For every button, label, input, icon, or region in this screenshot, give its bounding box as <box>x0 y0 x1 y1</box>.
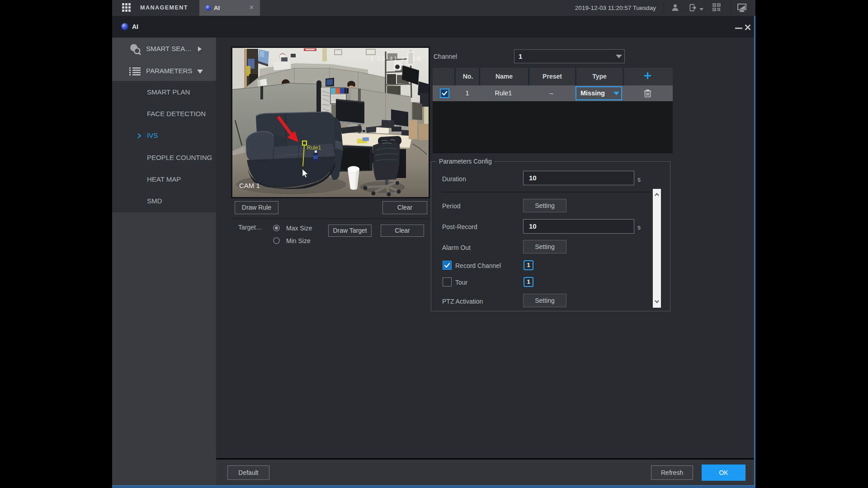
svg-text:1 03-41 21 16: 1 03-41 21 16 <box>370 55 421 62</box>
svg-text:Rule1: Rule1 <box>307 145 321 151</box>
